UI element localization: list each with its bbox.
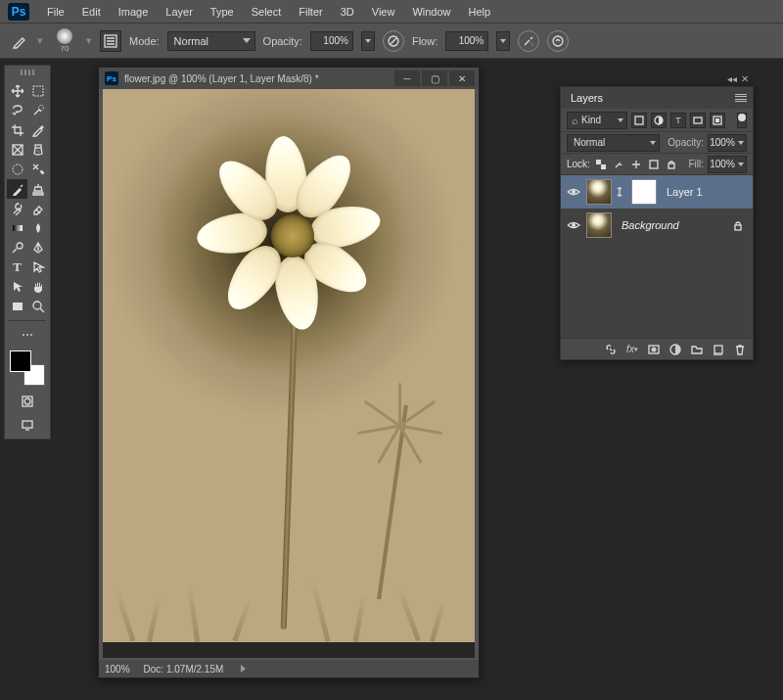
- opacity-caret[interactable]: [361, 31, 375, 51]
- layer-name[interactable]: Background: [622, 219, 679, 231]
- menu-3d[interactable]: 3D: [333, 2, 362, 22]
- crop-tool[interactable]: [7, 120, 27, 140]
- window-maximize-button[interactable]: ▢: [422, 70, 447, 86]
- adjustment-icon[interactable]: [667, 342, 684, 357]
- panel-collapse-icon[interactable]: ◂◂: [727, 73, 737, 84]
- lock-all-icon[interactable]: [665, 158, 678, 171]
- filter-shape-icon[interactable]: [690, 113, 706, 128]
- direct-select-tool[interactable]: [7, 277, 27, 297]
- menu-type[interactable]: Type: [203, 2, 242, 22]
- menu-filter[interactable]: Filter: [291, 2, 330, 22]
- fill-value[interactable]: 100%: [708, 156, 747, 173]
- mask-thumb[interactable]: [631, 179, 657, 205]
- new-layer-icon[interactable]: [710, 342, 727, 357]
- edit-toolbar[interactable]: ⋯: [7, 325, 48, 345]
- window-close-button[interactable]: ✕: [449, 70, 475, 86]
- filter-type-icon[interactable]: T: [670, 113, 686, 128]
- clone-stamp-tool[interactable]: [27, 179, 48, 199]
- canvas-area[interactable]: [103, 89, 475, 658]
- spot-heal-tool[interactable]: [27, 140, 48, 160]
- filter-toggle[interactable]: [737, 113, 747, 128]
- flow-value[interactable]: 100%: [445, 31, 488, 51]
- menu-layer[interactable]: Layer: [158, 2, 201, 22]
- menu-file[interactable]: File: [39, 2, 72, 22]
- blend-mode-dropdown[interactable]: Normal: [167, 31, 255, 51]
- menu-view[interactable]: View: [364, 2, 403, 22]
- canvas[interactable]: [103, 89, 475, 642]
- color-swatches[interactable]: [8, 350, 47, 386]
- opacity-value[interactable]: 100%: [310, 31, 353, 51]
- lock-artboard-icon[interactable]: [647, 158, 661, 171]
- toolbox-grip[interactable]: [7, 70, 48, 77]
- layer-name[interactable]: Layer 1: [667, 186, 703, 198]
- window-minimize-button[interactable]: ─: [394, 70, 420, 86]
- svg-rect-19: [23, 421, 32, 428]
- document-titlebar[interactable]: Ps flower.jpg @ 100% (Layer 1, Layer Mas…: [99, 68, 479, 89]
- quickmask-toggle[interactable]: [17, 392, 38, 411]
- flow-caret[interactable]: [496, 31, 510, 51]
- lock-position-icon[interactable]: [629, 158, 643, 171]
- visibility-eye-icon[interactable]: [565, 216, 582, 234]
- panel-menu-icon[interactable]: [733, 91, 749, 105]
- menu-window[interactable]: Window: [404, 2, 458, 22]
- layer-item-background[interactable]: Background: [561, 209, 753, 242]
- svg-rect-31: [735, 225, 741, 230]
- screenmode-toggle[interactable]: [17, 415, 38, 435]
- tool-preset-picker[interactable]: [10, 31, 29, 51]
- trash-icon[interactable]: [731, 342, 749, 357]
- brush-panel-toggle[interactable]: [100, 30, 121, 52]
- zoom-value[interactable]: 100%: [105, 664, 130, 675]
- move-tool[interactable]: [7, 81, 27, 101]
- path-select-tool[interactable]: [27, 257, 48, 277]
- eraser-tool[interactable]: [27, 199, 48, 218]
- blur-tool[interactable]: [27, 218, 48, 238]
- hand-tool[interactable]: [27, 277, 48, 297]
- menu-edit[interactable]: Edit: [74, 2, 109, 22]
- marquee-circle-tool[interactable]: [7, 160, 27, 179]
- layer-thumb[interactable]: [586, 179, 612, 205]
- marquee-tool[interactable]: [27, 81, 48, 101]
- menu-help[interactable]: Help: [461, 2, 499, 22]
- filter-kind-dropdown[interactable]: Kind: [567, 112, 627, 129]
- group-icon[interactable]: [688, 342, 706, 357]
- lasso-tool[interactable]: [7, 101, 27, 120]
- frame-tool[interactable]: [7, 140, 27, 160]
- pressure-opacity-icon[interactable]: [383, 30, 404, 52]
- eyedropper-tool[interactable]: [27, 120, 48, 140]
- type-tool[interactable]: T: [7, 257, 27, 277]
- layer-opacity-value[interactable]: 100%: [708, 134, 747, 152]
- foreground-swatch[interactable]: [10, 350, 31, 372]
- flower-center: [271, 214, 314, 257]
- link-layers-icon[interactable]: [602, 342, 620, 357]
- filter-adjust-icon[interactable]: [651, 113, 667, 128]
- history-brush-tool[interactable]: [7, 199, 27, 218]
- layer-blend-dropdown[interactable]: Normal: [567, 134, 660, 152]
- pressure-size-icon[interactable]: [547, 30, 569, 52]
- zoom-tool[interactable]: [27, 297, 48, 316]
- patch-tool[interactable]: [27, 160, 48, 179]
- filter-smart-icon[interactable]: [710, 113, 725, 128]
- fx-icon[interactable]: fx▾: [623, 342, 641, 357]
- pen-tool[interactable]: [27, 238, 48, 257]
- visibility-eye-icon[interactable]: [565, 183, 582, 201]
- quick-select-tool[interactable]: [27, 101, 48, 120]
- rectangle-tool[interactable]: [7, 297, 27, 316]
- svg-rect-27: [650, 161, 658, 168]
- mask-icon[interactable]: [645, 342, 663, 357]
- menu-select[interactable]: Select: [244, 2, 290, 22]
- doc-info[interactable]: Doc: 1.07M/2.15M: [144, 664, 247, 675]
- panel-close-icon[interactable]: ✕: [741, 73, 749, 84]
- layer-thumb[interactable]: [586, 212, 612, 238]
- filter-pixel-icon[interactable]: [631, 113, 647, 128]
- brush-preset-picker[interactable]: 70: [51, 28, 78, 53]
- airbrush-icon[interactable]: [518, 30, 539, 52]
- gradient-tool[interactable]: [7, 218, 27, 238]
- menu-image[interactable]: Image: [111, 2, 157, 22]
- lock-pixels-icon[interactable]: [612, 158, 625, 171]
- mask-link-icon[interactable]: [616, 186, 627, 198]
- dodge-tool[interactable]: [7, 238, 27, 257]
- lock-transparent-icon[interactable]: [594, 158, 608, 171]
- layers-tab[interactable]: Layers: [561, 87, 753, 109]
- layer-item-layer1[interactable]: Layer 1: [561, 175, 753, 209]
- brush-tool[interactable]: [7, 179, 27, 199]
